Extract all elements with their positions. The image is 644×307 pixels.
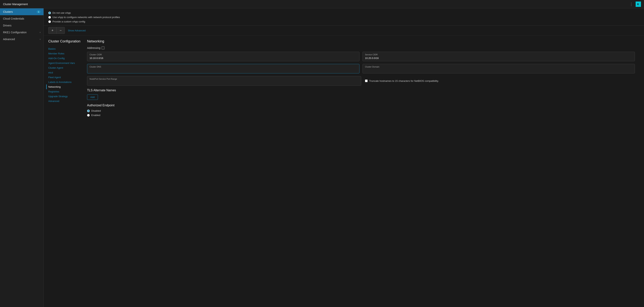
app-logo: R	[636, 2, 641, 7]
nav-item-labels-annotations[interactable]: Labels & Annotations	[48, 80, 82, 85]
vapp-option-label: Provide a custom vApp config	[52, 20, 85, 23]
sidebar-item-advanced[interactable]: Advanced ›	[0, 36, 44, 43]
truncate-checkbox[interactable]	[365, 80, 368, 82]
sidebar-item-cloud-credentials[interactable]: Cloud Credentials	[0, 15, 44, 22]
left-nav: Cluster Configuration Basics Member Role…	[48, 39, 82, 117]
vapp-radio-group: Do not use vApp Use vApp to configure ne…	[48, 12, 640, 23]
nav-item-basics[interactable]: Basics	[48, 46, 82, 51]
svg-text:R: R	[637, 3, 639, 6]
tls-section: TLS Alternate Names Add	[87, 89, 635, 100]
authorized-radio-disabled[interactable]	[87, 110, 90, 112]
buttons-row: + − Show Advanced	[44, 26, 644, 36]
authorized-endpoint-radio-group: Disabled Enabled	[87, 109, 635, 117]
vapp-option-networks[interactable]: Use vApp to configure networks with netw…	[48, 16, 640, 19]
cluster-dns-label: Cluster DNS	[90, 66, 357, 68]
sidebar-item-label: Clusters	[3, 10, 13, 13]
service-cidr-input[interactable]	[365, 57, 632, 60]
cluster-domain-input[interactable]	[365, 69, 632, 72]
top-bar-actions: ⋮ R	[629, 2, 641, 7]
remove-button[interactable]: −	[56, 27, 65, 34]
nav-item-agent-env-vars[interactable]: Agent Environment Vars	[48, 61, 82, 66]
authorized-endpoint-disabled[interactable]: Disabled	[87, 109, 635, 112]
nav-item-registries[interactable]: Registries	[48, 89, 82, 94]
cluster-domain-label: Cluster Domain	[365, 66, 632, 68]
sidebar-item-label: Drivers	[3, 24, 12, 27]
vapp-option-custom[interactable]: Provide a custom vApp config	[48, 20, 640, 23]
add-button[interactable]: +	[48, 27, 57, 34]
vapp-option-label: Use vApp to configure networks with netw…	[52, 16, 120, 19]
authorized-endpoint-enabled[interactable]: Enabled	[87, 114, 635, 117]
cidr-row: Cluster CIDR Service CIDR	[87, 52, 635, 61]
vapp-option-label: Do not use vApp	[52, 12, 71, 14]
cluster-dns-input[interactable]	[90, 69, 357, 72]
nodeport-row: NodePort Service Port Range Truncate hos…	[87, 76, 635, 86]
dns-domain-row: Cluster DNS Cluster Domain	[87, 64, 635, 73]
service-cidr-field: Service CIDR	[362, 52, 635, 61]
info-icon: i	[102, 46, 104, 50]
cluster-config-section: Cluster Configuration Basics Member Role…	[44, 36, 644, 120]
nav-item-add-on-config[interactable]: Add-On Config	[48, 56, 82, 61]
show-advanced-link[interactable]: Show Advanced	[68, 29, 86, 32]
nav-item-advanced[interactable]: Advanced	[48, 99, 82, 104]
addressing-label: Addressing i	[87, 46, 635, 50]
truncate-label: Truncate hostnames to 15 characters for …	[369, 80, 439, 82]
nav-item-upgrade-strategy[interactable]: Upgrade Strategy	[48, 94, 82, 99]
sidebar-item-rke1[interactable]: RKE1 Configuration ›	[0, 29, 44, 36]
vapp-section: Do not use vApp Use vApp to configure ne…	[44, 8, 644, 26]
main-layout: Clusters 1 Cloud Credentials Drivers RKE…	[0, 8, 644, 307]
sidebar-item-label: RKE1 Configuration	[3, 31, 26, 34]
networking-title: Networking	[87, 39, 635, 43]
top-bar: Cluster Management ⋮ R	[0, 0, 644, 8]
cluster-domain-field: Cluster Domain	[362, 64, 635, 73]
cluster-config-title: Cluster Configuration	[48, 39, 82, 43]
cluster-cidr-field: Cluster CIDR	[87, 52, 360, 61]
content-area: Do not use vApp Use vApp to configure ne…	[44, 8, 644, 307]
nav-item-member-roles[interactable]: Member Roles	[48, 51, 82, 56]
chevron-right-icon: ›	[40, 31, 40, 34]
nav-item-fleet-agent[interactable]: Fleet Agent	[48, 75, 82, 80]
cluster-dns-field: Cluster DNS	[87, 64, 360, 73]
more-options-icon[interactable]: ⋮	[629, 2, 633, 7]
nav-item-cluster-agent[interactable]: Cluster Agent	[48, 66, 82, 70]
nodeport-label: NodePort Service Port Range	[90, 78, 359, 80]
right-panel: Networking Addressing i Cluster CIDR Ser…	[82, 39, 640, 117]
sidebar-item-label: Cloud Credentials	[3, 17, 24, 20]
nodeport-field: NodePort Service Port Range	[87, 76, 361, 86]
vapp-radio-custom[interactable]	[48, 20, 51, 23]
cluster-cidr-label: Cluster CIDR	[90, 54, 357, 56]
sidebar-item-label: Advanced	[3, 38, 15, 41]
authorized-option-label: Disabled	[91, 109, 101, 112]
vapp-option-no-vapp[interactable]: Do not use vApp	[48, 12, 640, 14]
nav-item-networking[interactable]: Networking	[46, 85, 82, 89]
app-title: Cluster Management	[3, 3, 28, 6]
authorized-option-label: Enabled	[91, 114, 100, 117]
nav-item-etcd[interactable]: etcd	[48, 70, 82, 75]
vapp-radio-networks[interactable]	[48, 16, 51, 19]
truncate-checkbox-row[interactable]: Truncate hostnames to 15 characters for …	[365, 78, 439, 84]
authorized-endpoint-section: Authorized Endpoint Disabled Enabled	[87, 104, 635, 117]
sidebar: Clusters 1 Cloud Credentials Drivers RKE…	[0, 8, 44, 307]
vapp-radio-no-vapp[interactable]	[48, 12, 51, 14]
sidebar-item-drivers[interactable]: Drivers	[0, 22, 44, 29]
service-cidr-label: Service CIDR	[365, 54, 632, 56]
authorized-radio-enabled[interactable]	[87, 114, 90, 117]
tls-add-button[interactable]: Add	[87, 94, 98, 100]
sidebar-item-clusters[interactable]: Clusters 1	[0, 8, 44, 15]
authorized-endpoint-title: Authorized Endpoint	[87, 104, 635, 107]
chevron-right-icon: ›	[40, 38, 40, 41]
clusters-badge: 1	[37, 11, 40, 13]
tls-title: TLS Alternate Names	[87, 89, 635, 92]
cluster-cidr-input[interactable]	[90, 57, 357, 60]
nodeport-input[interactable]	[90, 81, 359, 84]
